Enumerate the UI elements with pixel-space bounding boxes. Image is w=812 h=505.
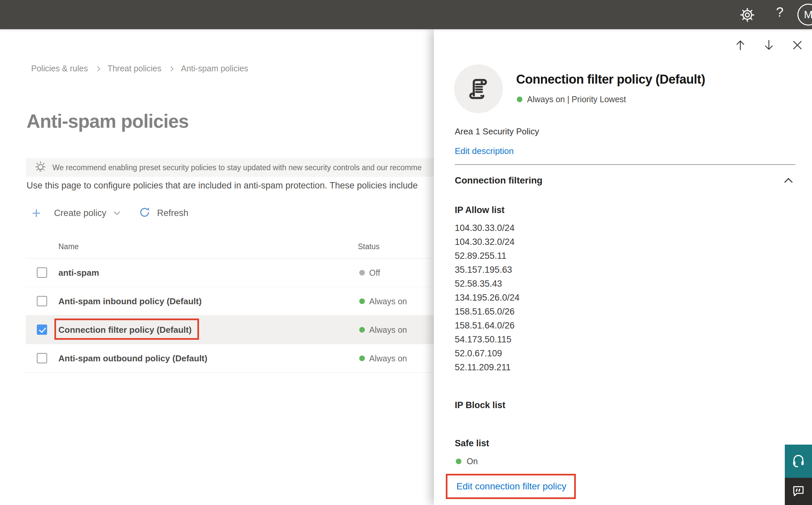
- flyout-nav: [734, 38, 804, 52]
- feedback-chat-icon: [791, 484, 805, 499]
- flyout-title: Connection filter policy (Default): [516, 72, 705, 87]
- close-icon[interactable]: [791, 38, 804, 52]
- edit-description-link[interactable]: Edit description: [455, 146, 514, 156]
- ip-entry: 52.11.209.211: [455, 360, 520, 374]
- breadcrumb: Policies & rules Threat policies Anti-sp…: [31, 64, 248, 73]
- breadcrumb-policies-rules[interactable]: Policies & rules: [31, 64, 88, 73]
- page-title: Anti-spam policies: [26, 110, 189, 132]
- chevron-down-icon[interactable]: [114, 209, 120, 215]
- policy-name[interactable]: anti-spam: [58, 268, 99, 278]
- flyout-status-line: Always on | Priority Lowest: [517, 95, 626, 104]
- refresh-button[interactable]: Refresh: [138, 206, 188, 220]
- banner-text: We recommend enabling preset security po…: [52, 163, 422, 172]
- status-dot: [359, 327, 365, 332]
- ip-entry: 52.0.67.109: [455, 346, 520, 360]
- breadcrumb-anti-spam-policies[interactable]: Anti-spam policies: [181, 64, 248, 73]
- plus-icon: +: [32, 205, 41, 221]
- ip-entry: 134.195.26.0/24: [455, 291, 520, 305]
- policy-description: Area 1 Security Policy: [455, 126, 539, 137]
- chevron-right-icon: [169, 66, 174, 72]
- status-dot: [359, 355, 365, 361]
- ip-allow-list: 104.30.33.0/24 104.30.32.0/24 52.89.255.…: [455, 221, 520, 374]
- red-highlight-box: Edit connection filter policy: [446, 474, 576, 499]
- status-label: Always on: [369, 325, 407, 334]
- edit-connection-filter-policy-link[interactable]: Edit connection filter policy: [456, 481, 567, 492]
- collapse-chevron-up-icon[interactable]: [784, 178, 792, 186]
- refresh-icon: [138, 206, 151, 220]
- account-avatar[interactable]: M: [797, 4, 812, 25]
- ip-entry: 54.173.50.115: [455, 332, 520, 346]
- status-dot: [456, 459, 461, 464]
- lightbulb-icon: [34, 160, 46, 175]
- column-header-status[interactable]: Status: [358, 242, 380, 251]
- top-app-bar: ? M: [0, 0, 812, 29]
- section-connection-filtering: Connection filtering: [455, 175, 542, 186]
- row-checkbox[interactable]: [37, 353, 47, 363]
- ip-entry: 158.51.65.0/26: [455, 305, 520, 319]
- policy-name[interactable]: Anti-spam outbound policy (Default): [58, 353, 207, 363]
- policy-name[interactable]: Anti-spam inbound policy (Default): [58, 296, 202, 306]
- status-dot: [359, 270, 365, 276]
- help-icon[interactable]: ?: [776, 5, 784, 20]
- status-label: Off: [369, 268, 380, 278]
- feedback-button[interactable]: [785, 478, 812, 505]
- status-label: Always on: [369, 353, 407, 363]
- ip-entry: 52.89.255.11: [455, 249, 520, 263]
- chevron-right-icon: [95, 66, 100, 72]
- ip-allow-list-title: IP Allow list: [455, 205, 504, 215]
- headset-icon: [791, 453, 806, 470]
- row-checkbox[interactable]: [37, 296, 47, 306]
- table-toolbar: + Create policy Refresh: [32, 204, 188, 222]
- settings-gear-icon[interactable]: [740, 7, 755, 23]
- ip-entry: 158.51.64.0/26: [455, 319, 520, 332]
- safe-list-title: Safe list: [455, 438, 489, 449]
- ip-entry: 35.157.195.63: [455, 263, 520, 277]
- support-button[interactable]: [785, 445, 812, 478]
- ip-entry: 104.30.32.0/24: [455, 235, 520, 249]
- previous-item-arrow-up-icon[interactable]: [734, 38, 747, 52]
- policy-name[interactable]: Connection filter policy (Default): [58, 325, 192, 335]
- ip-block-list-title: IP Block list: [455, 400, 505, 410]
- row-checkbox-checked[interactable]: [37, 325, 47, 335]
- page-description: Use this page to configure policies that…: [26, 180, 418, 191]
- policy-details-flyout: Connection filter policy (Default) Alway…: [434, 29, 812, 505]
- refresh-label: Refresh: [157, 208, 188, 218]
- divider: [455, 164, 795, 165]
- create-policy-button[interactable]: Create policy: [54, 208, 107, 218]
- row-checkbox[interactable]: [37, 268, 47, 278]
- safe-list-status-text: On: [467, 457, 478, 466]
- next-item-arrow-down-icon[interactable]: [762, 38, 776, 52]
- ip-entry: 104.30.33.0/24: [455, 221, 520, 235]
- policy-scroll-icon: [454, 64, 503, 113]
- status-label: Always on: [369, 296, 407, 306]
- breadcrumb-threat-policies[interactable]: Threat policies: [108, 64, 162, 73]
- safe-list-status: On: [456, 457, 478, 466]
- status-dot: [517, 97, 523, 102]
- status-text: Always on | Priority Lowest: [527, 95, 626, 104]
- status-dot: [359, 298, 365, 304]
- ip-entry: 52.58.35.43: [455, 277, 520, 291]
- column-header-name[interactable]: Name: [58, 242, 78, 251]
